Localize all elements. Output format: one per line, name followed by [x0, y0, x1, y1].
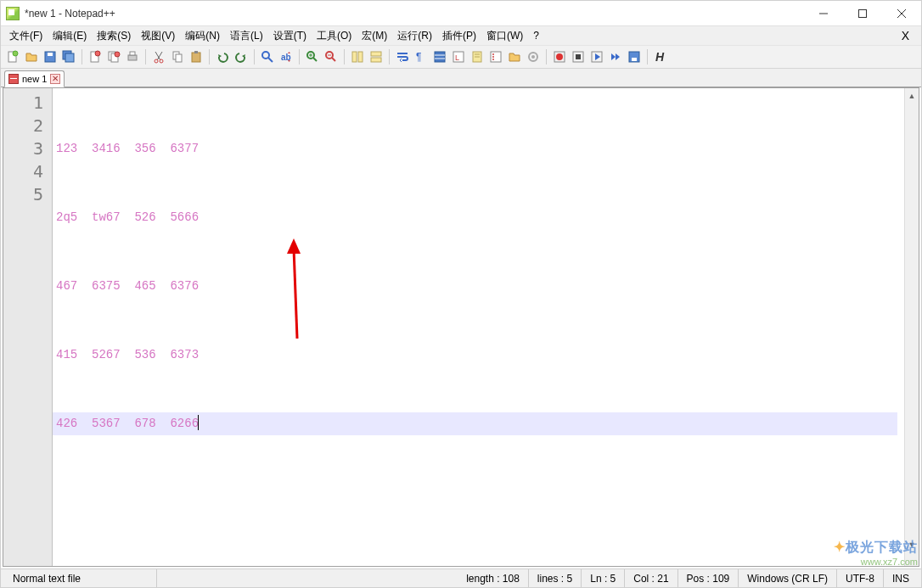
save-icon[interactable] — [42, 48, 59, 65]
svg-rect-23 — [192, 53, 200, 62]
menu-run[interactable]: 运行(R) — [392, 27, 437, 45]
svg-marker-64 — [287, 238, 301, 254]
menu-edit[interactable]: 编辑(E) — [48, 27, 92, 45]
play-macro-icon[interactable] — [588, 48, 605, 65]
line-number: 2 — [3, 115, 43, 137]
tab-unsaved-icon — [8, 74, 19, 84]
menu-language[interactable]: 语言(L) — [225, 27, 268, 45]
monitor-icon[interactable] — [525, 48, 542, 65]
status-pos: Pos : 109 — [678, 569, 739, 587]
svg-rect-37 — [371, 52, 381, 56]
undo-icon[interactable] — [214, 48, 231, 65]
app-icon — [6, 7, 20, 20]
replace-icon[interactable]: ab — [278, 48, 295, 65]
print-icon[interactable] — [124, 48, 141, 65]
svg-point-50 — [492, 53, 494, 55]
open-file-icon[interactable] — [23, 48, 40, 65]
play-multi-icon[interactable] — [607, 48, 624, 65]
svg-point-56 — [556, 53, 563, 60]
tab-label: new 1 — [22, 74, 47, 84]
folder-workspace-icon[interactable] — [506, 48, 523, 65]
tab-new-1[interactable]: new 1 ✕ — [4, 70, 65, 87]
cut-icon[interactable] — [150, 48, 167, 65]
svg-point-19 — [155, 59, 158, 63]
sync-v-icon[interactable] — [349, 48, 366, 65]
maximize-button[interactable] — [843, 1, 882, 26]
statusbar: Normal text file length : 108 lines : 5 … — [1, 568, 921, 587]
menu-macro[interactable]: 宏(M) — [357, 27, 392, 45]
minimize-button[interactable] — [804, 1, 843, 26]
svg-rect-49 — [491, 52, 501, 62]
lang-icon[interactable]: L — [450, 48, 467, 65]
new-file-icon[interactable] — [4, 48, 21, 65]
sync-h-icon[interactable] — [368, 48, 385, 65]
toolbar: ab ¶ L H — [1, 45, 921, 69]
menu-encoding[interactable]: 编码(N) — [180, 27, 225, 45]
line-number: 4 — [3, 160, 43, 183]
redo-icon[interactable] — [233, 48, 250, 65]
menu-close-x[interactable]: X — [893, 27, 918, 44]
titlebar: *new 1 - Notepad++ — [1, 1, 921, 26]
record-macro-icon[interactable] — [551, 48, 568, 65]
func-list-icon[interactable] — [487, 48, 504, 65]
status-length: length : 108 — [458, 569, 529, 587]
close-button[interactable] — [882, 1, 921, 26]
code-line-current: 426 5367 678 6266 — [53, 412, 897, 435]
status-lines: lines : 5 — [529, 569, 582, 587]
bold-h-icon[interactable]: H — [652, 48, 669, 65]
menu-window[interactable]: 窗口(W) — [481, 27, 528, 45]
menu-search[interactable]: 搜索(S) — [92, 27, 136, 45]
line-number: 1 — [3, 92, 43, 115]
show-all-chars-icon[interactable]: ¶ — [413, 48, 430, 65]
svg-text:¶: ¶ — [416, 51, 421, 63]
code-area[interactable]: 123 3416 356 6377 2q5 tw67 526 5666 467 … — [53, 88, 904, 566]
menu-tools[interactable]: 工具(O) — [312, 27, 357, 45]
line-number-gutter: 1 2 3 4 5 — [3, 88, 53, 566]
svg-rect-1 — [859, 9, 867, 17]
scroll-down-icon[interactable]: ▼ — [905, 537, 919, 552]
svg-rect-35 — [352, 52, 357, 62]
svg-point-14 — [115, 52, 120, 57]
svg-point-52 — [492, 59, 494, 60]
tabbar: new 1 ✕ — [1, 69, 921, 87]
svg-rect-41 — [435, 52, 445, 62]
close-file-icon[interactable] — [87, 48, 104, 65]
vertical-scrollbar[interactable]: ▲ ▼ — [904, 88, 919, 566]
svg-text:H: H — [655, 50, 665, 64]
caret — [198, 415, 199, 430]
svg-rect-22 — [176, 54, 182, 62]
close-all-icon[interactable] — [105, 48, 122, 65]
save-all-icon[interactable] — [60, 48, 77, 65]
editor: 1 2 3 4 5 123 3416 356 6377 2q5 tw67 526… — [3, 87, 919, 567]
code-line: 2q5 tw67 526 5666 — [56, 206, 904, 229]
status-col: Col : 21 — [625, 569, 677, 587]
stop-macro-icon[interactable] — [570, 48, 587, 65]
copy-icon[interactable] — [169, 48, 186, 65]
menubar: 文件(F) 编辑(E) 搜索(S) 视图(V) 编码(N) 语言(L) 设置(T… — [1, 26, 921, 45]
indent-guide-icon[interactable] — [431, 48, 448, 65]
status-encoding[interactable]: UTF-8 — [837, 569, 884, 587]
svg-rect-9 — [65, 53, 74, 62]
doc-map-icon[interactable] — [469, 48, 486, 65]
svg-point-54 — [531, 55, 535, 59]
menu-help[interactable]: ? — [528, 28, 544, 43]
scroll-up-icon[interactable]: ▲ — [905, 88, 919, 103]
svg-rect-36 — [358, 52, 363, 62]
zoom-out-icon[interactable] — [323, 48, 340, 65]
zoom-in-icon[interactable] — [304, 48, 321, 65]
status-mode[interactable]: INS — [884, 569, 918, 587]
menu-settings[interactable]: 设置(T) — [268, 27, 312, 45]
tab-close-icon[interactable]: ✕ — [50, 74, 60, 84]
paste-icon[interactable] — [188, 48, 205, 65]
svg-point-20 — [160, 59, 163, 63]
svg-rect-7 — [48, 53, 53, 56]
menu-file[interactable]: 文件(F) — [4, 27, 48, 45]
code-line: 123 3416 356 6377 — [56, 137, 904, 160]
svg-point-51 — [492, 56, 494, 58]
menu-plugins[interactable]: 插件(P) — [437, 27, 481, 45]
find-icon[interactable] — [259, 48, 276, 65]
wordwrap-icon[interactable] — [394, 48, 411, 65]
menu-view[interactable]: 视图(V) — [136, 27, 180, 45]
save-macro-icon[interactable] — [626, 48, 643, 65]
status-eol[interactable]: Windows (CR LF) — [739, 569, 837, 587]
